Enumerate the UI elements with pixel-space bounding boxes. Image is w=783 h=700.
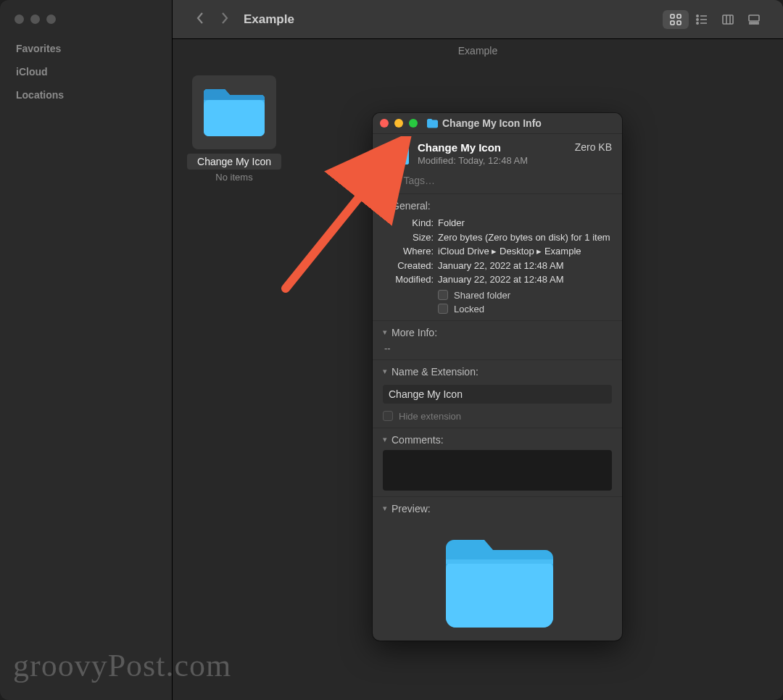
svg-rect-1 <box>677 14 681 18</box>
folder-icon[interactable] <box>383 143 410 166</box>
modified-value: January 22, 2022 at 12:48 AM <box>438 272 612 287</box>
svg-rect-13 <box>749 15 759 21</box>
shared-folder-checkbox[interactable]: Shared folder <box>438 290 612 301</box>
info-header: Change My Icon Modified: Today, 12:48 AM… <box>373 134 622 170</box>
checkbox-icon <box>383 411 393 421</box>
icon-view-button[interactable] <box>663 10 689 29</box>
where-value: iCloud Drive ▸ Desktop ▸ Example <box>438 244 612 259</box>
info-modified: Modified: Today, 12:48 AM <box>418 155 568 166</box>
column-view-button[interactable] <box>715 10 741 29</box>
section-name-ext-header[interactable]: ▾Name & Extension: <box>383 366 612 378</box>
svg-point-6 <box>697 18 698 20</box>
section-more-info-header[interactable]: ▾More Info: <box>383 327 612 338</box>
section-name-extension: ▾Name & Extension: Hide extension <box>373 360 622 428</box>
section-comments-header[interactable]: ▾Comments: <box>383 434 612 446</box>
svg-rect-20 <box>446 559 553 564</box>
path-bar[interactable]: Example <box>173 39 783 62</box>
sidebar-locations-header: Locations <box>0 83 172 107</box>
chevron-down-icon: ▾ <box>383 435 387 444</box>
info-window-title: Change My Icon Info <box>442 117 542 129</box>
name-extension-input[interactable] <box>383 385 612 404</box>
folder-label: Change My Icon <box>187 154 281 170</box>
info-size: Zero KB <box>575 141 612 153</box>
svg-rect-16 <box>756 22 758 24</box>
svg-point-8 <box>697 22 698 23</box>
section-general-header[interactable]: ▾General: <box>383 200 612 212</box>
sidebar-favorites-header: Favorites <box>0 37 172 60</box>
zoom-dot[interactable] <box>46 14 56 24</box>
info-close-dot[interactable] <box>380 119 389 128</box>
svg-rect-0 <box>671 14 674 18</box>
checkbox-icon[interactable] <box>438 304 448 314</box>
chevron-down-icon: ▾ <box>383 328 387 337</box>
created-value: January 22, 2022 at 12:48 AM <box>438 259 612 273</box>
section-preview: ▾Preview: <box>373 497 622 641</box>
comments-input[interactable] <box>383 450 612 491</box>
locked-checkbox[interactable]: Locked <box>438 304 612 314</box>
checkbox-icon[interactable] <box>438 290 448 300</box>
info-file-name: Change My Icon <box>418 141 568 154</box>
hide-extension-checkbox: Hide extension <box>383 411 612 422</box>
svg-rect-10 <box>723 15 733 24</box>
view-switcher[interactable] <box>663 10 767 29</box>
info-minimize-dot[interactable] <box>394 119 403 128</box>
window-traffic-lights[interactable] <box>0 9 172 37</box>
list-view-button[interactable] <box>689 10 715 29</box>
info-titlebar[interactable]: Change My Icon Info <box>373 113 622 134</box>
svg-rect-18 <box>384 150 409 164</box>
sidebar-icloud-header: iCloud <box>0 60 172 83</box>
chevron-down-icon: ▾ <box>383 201 387 211</box>
folder-sublabel: No items <box>187 172 281 183</box>
tags-input[interactable]: Add Tags… <box>373 170 622 194</box>
kind-value: Folder <box>438 216 612 230</box>
svg-rect-2 <box>671 21 674 25</box>
section-more-info: ▾More Info: -- <box>373 321 622 360</box>
chevron-down-icon: ▾ <box>383 367 387 376</box>
back-button[interactable] <box>196 12 204 28</box>
info-panel[interactable]: Change My Icon Info Change My Icon Modif… <box>373 113 622 641</box>
gallery-view-button[interactable] <box>741 10 767 29</box>
folder-icon <box>426 118 438 128</box>
svg-rect-3 <box>677 21 681 25</box>
info-zoom-dot[interactable] <box>409 119 418 128</box>
section-general: ▾General: Kind:Folder Size:Zero bytes (Z… <box>373 194 622 321</box>
section-comments: ▾Comments: <box>373 428 622 497</box>
toolbar: Example <box>173 0 783 39</box>
sidebar: Favorites iCloud Locations <box>0 0 173 700</box>
more-info-value: -- <box>384 343 612 354</box>
folder-item[interactable]: Change My Icon No items <box>187 75 281 183</box>
folder-icon[interactable] <box>192 75 276 149</box>
preview-image <box>383 519 612 635</box>
svg-rect-15 <box>753 22 755 24</box>
watermark: groovyPost.com <box>13 647 231 684</box>
window-title: Example <box>244 12 294 27</box>
svg-rect-14 <box>750 22 752 24</box>
forward-button[interactable] <box>220 12 229 28</box>
size-value: Zero bytes (Zero bytes on disk) for 1 it… <box>438 230 612 245</box>
section-preview-header[interactable]: ▾Preview: <box>383 503 612 514</box>
svg-rect-19 <box>446 559 553 628</box>
close-dot[interactable] <box>14 14 24 24</box>
svg-rect-17 <box>204 100 265 136</box>
svg-point-4 <box>697 14 698 16</box>
minimize-dot[interactable] <box>30 14 40 24</box>
chevron-down-icon: ▾ <box>383 504 387 513</box>
